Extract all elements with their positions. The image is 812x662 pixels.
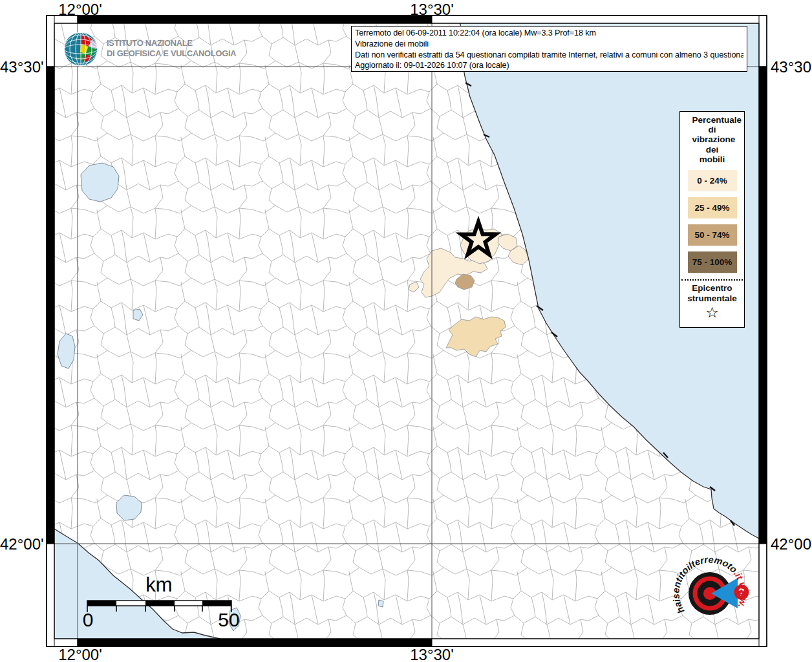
legend-swatch-50-74: 50 - 74% <box>688 224 737 246</box>
event-title: Terremoto del 06-09-2011 10:22:04 (ora l… <box>355 28 743 39</box>
lat-label-left-bottom: 42°00' <box>0 535 40 553</box>
lon-label-top-left: 12°00' <box>58 1 102 19</box>
shakemap-page: km 0 50 <box>0 0 812 662</box>
ingv-logo: ISTITUTO NAZIONALE DI GEOFISICA E VULCAN… <box>62 30 240 69</box>
scale-max-label: 50 <box>218 609 239 630</box>
star-icon: ☆ <box>680 304 744 321</box>
legend-swatch-0-24: 0 - 24% <box>688 170 737 191</box>
lon-label-bottom-left: 12°00' <box>58 646 102 662</box>
lon-label-bottom-right: 13°30' <box>410 646 454 662</box>
legend-range-label: 50 - 74% <box>694 230 729 240</box>
lat-label-right-bottom: 42°00' <box>771 535 812 553</box>
legend-swatch-25-49: 25 - 49% <box>688 197 737 219</box>
lake <box>378 600 383 607</box>
lat-label-left-top: 43°30' <box>0 58 40 76</box>
map-canvas: km 0 50 <box>0 0 812 662</box>
legend-range-label: 25 - 49% <box>694 203 729 213</box>
event-info-box: Terremoto del 06-09-2011 10:22:04 (ora l… <box>351 26 747 72</box>
scale-unit-label: km <box>145 573 172 596</box>
legend-range-label: 0 - 24% <box>697 176 727 186</box>
lon-label-top-right: 13°30' <box>410 1 454 19</box>
ingv-globe-icon <box>62 30 101 69</box>
map-subject: Vibrazione dei mobili <box>355 39 743 50</box>
map-area: km 0 50 <box>54 23 759 639</box>
legend-title: Percentuale di vibrazione dei mobili <box>692 115 732 164</box>
scale-min-label: 0 <box>83 609 94 630</box>
data-disclaimer: Dati non verificati estratti da 54 quest… <box>355 50 743 61</box>
lat-label-right-top: 43°30' <box>771 58 812 76</box>
legend-box: Percentuale di vibrazione dei mobili 0 -… <box>679 111 745 328</box>
legend-divider <box>681 279 743 281</box>
updated-timestamp: Aggiornato il: 09-01-2026 10:07 (ora loc… <box>355 60 743 71</box>
legend-swatch-75-100: 75 - 100% <box>688 251 737 273</box>
ingv-name-line2: DI GEOFISICA E VULCANOLOGIA <box>107 48 236 59</box>
legend-range-label: 75 - 100% <box>692 257 732 267</box>
ingv-name-line1: ISTITUTO NAZIONALE <box>107 38 236 48</box>
legend-epicenter-label: Epicentro strumentale <box>685 283 740 304</box>
